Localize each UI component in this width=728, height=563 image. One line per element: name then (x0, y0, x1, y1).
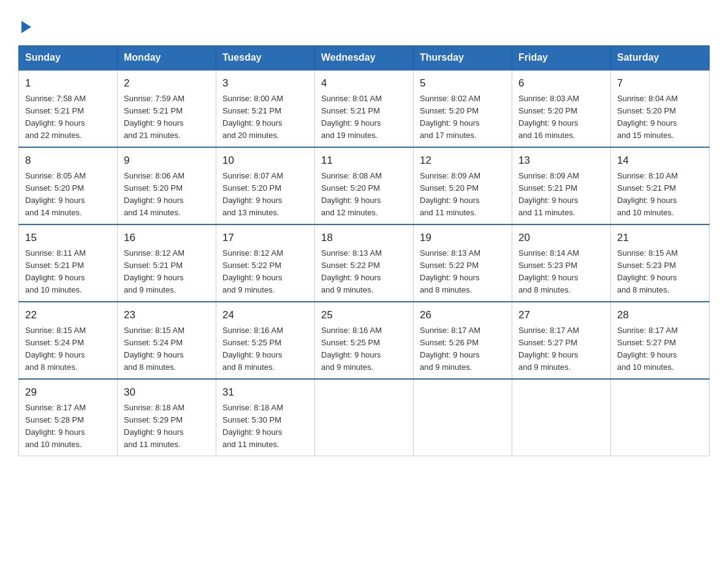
day-number: 1 (25, 75, 111, 91)
calendar-cell: 12 Sunrise: 8:09 AMSunset: 5:20 PMDaylig… (414, 147, 512, 224)
day-info: Sunrise: 8:18 AMSunset: 5:29 PMDaylight:… (124, 402, 210, 451)
calendar-cell: 28 Sunrise: 8:17 AMSunset: 5:27 PMDaylig… (611, 302, 710, 379)
calendar-week-5: 29 Sunrise: 8:17 AMSunset: 5:28 PMDaylig… (19, 379, 710, 456)
day-info: Sunrise: 8:12 AMSunset: 5:21 PMDaylight:… (124, 247, 210, 297)
calendar-cell: 3 Sunrise: 8:00 AMSunset: 5:21 PMDayligh… (216, 70, 315, 147)
day-info: Sunrise: 8:13 AMSunset: 5:22 PMDaylight:… (321, 247, 407, 297)
day-info: Sunrise: 8:07 AMSunset: 5:20 PMDaylight:… (222, 170, 308, 220)
day-info: Sunrise: 8:01 AMSunset: 5:21 PMDaylight:… (321, 93, 407, 142)
day-number: 25 (321, 307, 407, 323)
day-info: Sunrise: 8:06 AMSunset: 5:20 PMDaylight:… (124, 170, 210, 220)
calendar-week-1: 1 Sunrise: 7:58 AMSunset: 5:21 PMDayligh… (19, 70, 710, 147)
calendar-cell: 30 Sunrise: 8:18 AMSunset: 5:29 PMDaylig… (118, 379, 216, 456)
day-info: Sunrise: 7:59 AMSunset: 5:21 PMDaylight:… (124, 93, 210, 142)
day-number: 22 (25, 307, 111, 323)
day-number: 4 (321, 75, 407, 91)
day-info: Sunrise: 8:11 AMSunset: 5:21 PMDaylight:… (25, 247, 111, 297)
calendar-cell: 27 Sunrise: 8:17 AMSunset: 5:27 PMDaylig… (512, 302, 611, 379)
day-info: Sunrise: 8:03 AMSunset: 5:20 PMDaylight:… (518, 93, 604, 142)
calendar-cell: 6 Sunrise: 8:03 AMSunset: 5:20 PMDayligh… (512, 70, 611, 147)
day-number: 17 (222, 230, 308, 246)
day-number: 16 (124, 230, 210, 246)
day-number: 21 (617, 230, 703, 246)
weekday-header-tuesday: Tuesday (216, 46, 315, 71)
day-number: 2 (124, 75, 210, 91)
calendar-week-2: 8 Sunrise: 8:05 AMSunset: 5:20 PMDayligh… (19, 147, 710, 224)
day-number: 19 (420, 230, 506, 246)
day-info: Sunrise: 8:18 AMSunset: 5:30 PMDaylight:… (222, 402, 308, 451)
calendar-cell: 13 Sunrise: 8:09 AMSunset: 5:21 PMDaylig… (512, 147, 611, 224)
calendar-cell: 5 Sunrise: 8:02 AMSunset: 5:20 PMDayligh… (414, 70, 512, 147)
day-info: Sunrise: 8:13 AMSunset: 5:22 PMDaylight:… (420, 247, 506, 297)
calendar-cell: 24 Sunrise: 8:16 AMSunset: 5:25 PMDaylig… (216, 302, 315, 379)
header (18, 12, 710, 34)
day-info: Sunrise: 8:10 AMSunset: 5:21 PMDaylight:… (617, 170, 703, 220)
calendar-table: SundayMondayTuesdayWednesdayThursdayFrid… (18, 45, 710, 456)
calendar-cell (512, 379, 611, 456)
day-info: Sunrise: 8:09 AMSunset: 5:20 PMDaylight:… (420, 170, 506, 220)
calendar-cell: 26 Sunrise: 8:17 AMSunset: 5:26 PMDaylig… (414, 302, 512, 379)
weekday-header-saturday: Saturday (611, 46, 710, 71)
day-number: 23 (124, 307, 210, 323)
day-info: Sunrise: 8:14 AMSunset: 5:23 PMDaylight:… (518, 247, 604, 297)
calendar-cell: 22 Sunrise: 8:15 AMSunset: 5:24 PMDaylig… (19, 302, 118, 379)
day-info: Sunrise: 8:09 AMSunset: 5:21 PMDaylight:… (518, 170, 604, 220)
day-info: Sunrise: 8:16 AMSunset: 5:25 PMDaylight:… (321, 324, 407, 374)
day-number: 24 (222, 307, 308, 323)
day-number: 11 (321, 153, 407, 169)
day-info: Sunrise: 8:15 AMSunset: 5:23 PMDaylight:… (617, 247, 703, 297)
day-number: 27 (518, 307, 604, 323)
day-info: Sunrise: 8:17 AMSunset: 5:27 PMDaylight:… (617, 324, 703, 374)
calendar-cell: 16 Sunrise: 8:12 AMSunset: 5:21 PMDaylig… (118, 224, 216, 302)
day-info: Sunrise: 8:08 AMSunset: 5:20 PMDaylight:… (321, 170, 407, 220)
day-number: 29 (25, 385, 111, 400)
calendar-cell: 10 Sunrise: 8:07 AMSunset: 5:20 PMDaylig… (216, 147, 315, 224)
day-number: 30 (124, 385, 210, 400)
day-number: 8 (25, 153, 111, 169)
day-info: Sunrise: 8:17 AMSunset: 5:28 PMDaylight:… (25, 402, 111, 451)
day-info: Sunrise: 8:05 AMSunset: 5:20 PMDaylight:… (25, 170, 111, 220)
calendar-cell: 1 Sunrise: 7:58 AMSunset: 5:21 PMDayligh… (19, 70, 118, 147)
calendar-cell: 8 Sunrise: 8:05 AMSunset: 5:20 PMDayligh… (19, 147, 118, 224)
day-number: 18 (321, 230, 407, 246)
day-number: 20 (518, 230, 604, 246)
calendar-cell: 25 Sunrise: 8:16 AMSunset: 5:25 PMDaylig… (315, 302, 414, 379)
calendar-cell: 11 Sunrise: 8:08 AMSunset: 5:20 PMDaylig… (315, 147, 414, 224)
calendar-cell: 23 Sunrise: 8:15 AMSunset: 5:24 PMDaylig… (118, 302, 216, 379)
day-info: Sunrise: 8:00 AMSunset: 5:21 PMDaylight:… (222, 93, 308, 142)
day-info: Sunrise: 8:15 AMSunset: 5:24 PMDaylight:… (124, 324, 210, 374)
calendar-week-4: 22 Sunrise: 8:15 AMSunset: 5:24 PMDaylig… (19, 302, 710, 379)
calendar-cell: 17 Sunrise: 8:12 AMSunset: 5:22 PMDaylig… (216, 224, 315, 302)
day-number: 6 (518, 75, 604, 91)
calendar-cell: 4 Sunrise: 8:01 AMSunset: 5:21 PMDayligh… (315, 70, 414, 147)
calendar-cell: 14 Sunrise: 8:10 AMSunset: 5:21 PMDaylig… (611, 147, 710, 224)
day-number: 14 (617, 153, 703, 169)
day-number: 12 (420, 153, 506, 169)
calendar-cell: 7 Sunrise: 8:04 AMSunset: 5:20 PMDayligh… (611, 70, 710, 147)
calendar-week-3: 15 Sunrise: 8:11 AMSunset: 5:21 PMDaylig… (19, 224, 710, 302)
day-info: Sunrise: 8:04 AMSunset: 5:20 PMDaylight:… (617, 93, 703, 142)
calendar-cell: 18 Sunrise: 8:13 AMSunset: 5:22 PMDaylig… (315, 224, 414, 302)
day-info: Sunrise: 8:12 AMSunset: 5:22 PMDaylight:… (222, 247, 308, 297)
day-number: 10 (222, 153, 308, 169)
calendar-cell: 29 Sunrise: 8:17 AMSunset: 5:28 PMDaylig… (19, 379, 118, 456)
calendar-cell: 2 Sunrise: 7:59 AMSunset: 5:21 PMDayligh… (118, 70, 216, 147)
weekday-header-wednesday: Wednesday (315, 46, 414, 71)
calendar-cell: 21 Sunrise: 8:15 AMSunset: 5:23 PMDaylig… (611, 224, 710, 302)
weekday-header-thursday: Thursday (414, 46, 512, 71)
calendar-cell: 20 Sunrise: 8:14 AMSunset: 5:23 PMDaylig… (512, 224, 611, 302)
logo-general-text (18, 17, 31, 34)
day-number: 13 (518, 153, 604, 169)
weekday-header-monday: Monday (118, 46, 216, 71)
day-number: 31 (222, 385, 308, 400)
day-number: 7 (617, 75, 703, 91)
day-info: Sunrise: 8:15 AMSunset: 5:24 PMDaylight:… (25, 324, 111, 374)
day-number: 28 (617, 307, 703, 323)
calendar-cell: 31 Sunrise: 8:18 AMSunset: 5:30 PMDaylig… (216, 379, 315, 456)
calendar-cell: 15 Sunrise: 8:11 AMSunset: 5:21 PMDaylig… (19, 224, 118, 302)
weekday-header-friday: Friday (512, 46, 611, 71)
day-info: Sunrise: 8:16 AMSunset: 5:25 PMDaylight:… (222, 324, 308, 374)
day-info: Sunrise: 8:17 AMSunset: 5:27 PMDaylight:… (518, 324, 604, 374)
day-info: Sunrise: 8:17 AMSunset: 5:26 PMDaylight:… (420, 324, 506, 374)
weekday-header-sunday: Sunday (19, 46, 118, 71)
